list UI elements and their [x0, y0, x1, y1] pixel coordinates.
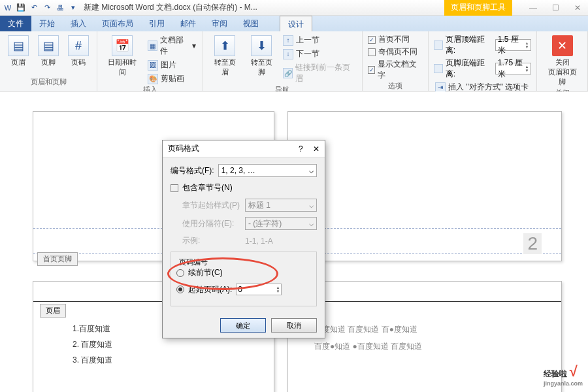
different-first-checkbox[interactable]: ✓首页不同 [368, 34, 423, 45]
close-header-footer-button[interactable]: ✕关闭 页眉和页脚 [542, 34, 582, 88]
measure-icon [434, 41, 442, 50]
continue-radio[interactable]: 续前节(C) [176, 267, 311, 278]
measure-icon [434, 64, 442, 73]
example-row: 示例: 1-1, 1-A [182, 235, 317, 246]
ok-button[interactable]: 确定 [220, 318, 266, 333]
undo-icon[interactable]: ↶ [29, 3, 39, 13]
header-top-input[interactable]: 1.5 厘米▲▼ [495, 39, 532, 51]
line: 3. 百度知道 [73, 352, 112, 368]
line: 百度●知道 ●百度知道 百度知道 [314, 338, 422, 355]
title-bar: W 💾 ↶ ↷ 🖶 ▾ 新建 Microsoft Word 文档.docx (自… [0, 0, 588, 16]
save-icon[interactable]: 💾 [16, 3, 26, 13]
window-controls: — ☐ ✕ [525, 3, 585, 12]
tab-design[interactable]: 设计 [280, 16, 312, 31]
tab-mailings[interactable]: 邮件 [172, 16, 204, 31]
dropdown-icon: ⌵ [309, 201, 314, 210]
tab-layout[interactable]: 页面布局 [94, 16, 141, 31]
separator-combo: - (连字符)⌵ [245, 217, 317, 230]
group-position: 页眉顶端距离:1.5 厘米▲▼ 页脚底端距离:1.75 厘米▲▼ ⇥插入 "对齐… [429, 31, 537, 91]
next-icon: ↓ [283, 49, 293, 59]
label: 编号格式(F): [171, 165, 214, 176]
page-number-button[interactable]: #页码 [65, 34, 91, 69]
footer-from-bottom-row: 页脚底端距离:1.75 厘米▲▼ [434, 57, 531, 80]
footer-area[interactable] [288, 228, 561, 254]
maximize-button[interactable]: ☐ [547, 3, 563, 12]
group-insert: 📅日期和时间 ▦文档部件▾ 🖼图片 🎨剪贴画 插入 [97, 31, 203, 91]
number-format-combo[interactable]: 1, 2, 3, …⌵ [218, 164, 317, 177]
tab-file[interactable]: 文件 [0, 16, 31, 31]
prev-section-button[interactable]: ↑上一节 [282, 34, 357, 46]
tab-review[interactable]: 审阅 [204, 16, 235, 31]
tab-references[interactable]: 引用 [141, 16, 172, 31]
calendar-icon: 📅 [112, 35, 133, 56]
footer-button[interactable]: ▤页脚 [35, 34, 61, 69]
group-navigation: ⬆转至页眉 ⬇转至页脚 ↑上一节 ↓下一节 🔗链接到前一条页眉 导航 [203, 31, 363, 91]
help-button[interactable]: ? [299, 144, 303, 154]
show-document-text-checkbox[interactable]: ✓显示文档文字 [368, 59, 423, 81]
close-icon: ✕ [552, 35, 573, 56]
next-section-button[interactable]: ↓下一节 [282, 48, 357, 60]
page-2: 2 [287, 111, 562, 261]
header-icon: ▤ [8, 35, 29, 56]
ribbon-tabs: 文件 开始 插入 页面布局 引用 邮件 审阅 视图 设计 [0, 16, 588, 31]
close-button[interactable]: ✕ [570, 3, 585, 12]
dialog-title: 页码格式 [168, 143, 199, 154]
group-label: 选项 [368, 81, 423, 92]
dialog-body: 编号格式(F): 1, 2, 3, …⌵ 包含章节号(N) 章节起始样式(P) … [163, 157, 325, 313]
dialog-titlebar: 页码格式 ? ✕ [163, 140, 325, 157]
tab-insert[interactable]: 插入 [63, 16, 94, 31]
dialog-buttons: 确定 取消 [163, 313, 325, 338]
picture-button[interactable]: 🖼图片 [146, 59, 197, 71]
cancel-button[interactable]: 取消 [271, 318, 317, 333]
clipart-button[interactable]: 🎨剪贴画 [146, 73, 197, 85]
checkbox-icon: ✓ [368, 66, 376, 74]
group-label: 页眉和页脚 [5, 77, 91, 88]
spinner-icon[interactable]: ▲▼ [525, 41, 529, 49]
check-icon: √ [570, 363, 578, 380]
header-from-top-row: 页眉顶端距离:1.5 厘米▲▼ [434, 34, 531, 56]
link-icon: 🔗 [283, 68, 293, 78]
word-icon: W [3, 3, 13, 13]
print-icon[interactable]: 🖶 [55, 3, 65, 13]
page-numbering-fieldset: 页码编号 续前节(C) 起始页码(A): 0▲▼ [171, 252, 317, 306]
first-page-footer-tag: 首页页脚 [37, 252, 78, 266]
spinner-icon[interactable]: ▲▼ [276, 286, 280, 293]
body-text: 百度知道 百度知道 百●度知道 百度●知道 ●百度知道 百度知道 [314, 321, 422, 355]
spinner-icon[interactable]: ▲▼ [525, 65, 529, 73]
checkbox-icon [171, 184, 178, 192]
body-text: 1.百度知道 2. 百度知道 3. 百度知道 [73, 321, 112, 368]
start-at-input[interactable]: 0▲▼ [236, 284, 282, 295]
goto-header-icon: ⬆ [214, 35, 235, 56]
header-button[interactable]: ▤页眉 [5, 34, 31, 69]
line: 2. 百度知道 [73, 336, 112, 352]
link-previous-button[interactable]: 🔗链接到前一条页眉 [282, 61, 357, 85]
minimize-button[interactable]: — [525, 3, 541, 12]
goto-header-button[interactable]: ⬆转至页眉 [208, 34, 241, 78]
tab-home[interactable]: 开始 [31, 16, 63, 31]
include-chapter-checkbox[interactable]: 包含章节号(N) [171, 182, 317, 193]
radio-icon [176, 286, 184, 293]
document-parts-button[interactable]: ▦文档部件▾ [146, 34, 197, 57]
dropdown-icon: ⌵ [309, 219, 314, 228]
start-at-radio[interactable]: 起始页码(A): 0▲▼ [176, 284, 311, 295]
goto-footer-button[interactable]: ⬇转至页脚 [245, 34, 278, 78]
different-odd-even-checkbox[interactable]: 奇偶页不同 [368, 46, 423, 57]
header-tag: 页眉 [40, 304, 66, 318]
datetime-button[interactable]: 📅日期和时间 [103, 34, 142, 78]
redo-icon[interactable]: ↷ [42, 3, 52, 13]
parts-icon: ▦ [148, 41, 157, 51]
page-number-format-dialog: 页码格式 ? ✕ 编号格式(F): 1, 2, 3, …⌵ 包含章节号(N) 章… [162, 140, 325, 338]
goto-footer-icon: ⬇ [251, 35, 272, 56]
page-number-icon: # [68, 35, 89, 56]
quick-access-toolbar: W 💾 ↶ ↷ 🖶 ▾ [3, 3, 78, 13]
tab-view[interactable]: 视图 [235, 16, 267, 31]
qat-dropdown-icon[interactable]: ▾ [68, 3, 78, 13]
footer-bottom-input[interactable]: 1.75 厘米▲▼ [495, 63, 532, 74]
line: 百度知道 百度知道 百●度知道 [314, 321, 422, 338]
group-options: ✓首页不同 奇偶页不同 ✓显示文档文字 选项 [363, 31, 429, 91]
page-number-display: 2 [523, 233, 542, 254]
dialog-close-button[interactable]: ✕ [313, 144, 319, 154]
watermark: 经验啦 √ jingyanla.com [544, 363, 583, 387]
dropdown-icon: ▾ [192, 41, 196, 50]
clipart-icon: 🎨 [148, 74, 158, 84]
